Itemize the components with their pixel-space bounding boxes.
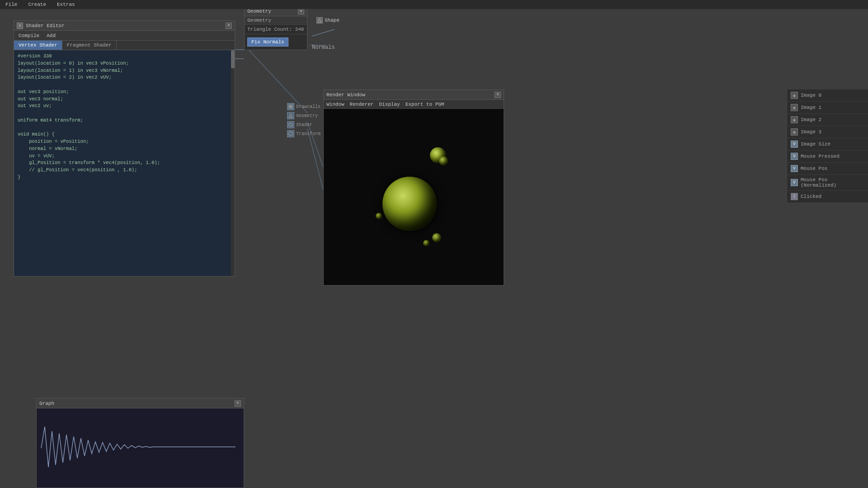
render-title: Render Window xyxy=(326,92,365,98)
shader-editor-title-container: S Shader Editor xyxy=(17,23,65,29)
graph-window: Graph × xyxy=(36,398,244,488)
image-3-label: Image 3 xyxy=(801,129,821,135)
geometry-title: Geometry xyxy=(247,9,271,14)
mouse-pressed-item[interactable]: V Mouse Pressed xyxy=(787,150,868,163)
render-menu-window[interactable]: Window xyxy=(326,102,344,107)
image-size-label: Image Size xyxy=(801,141,830,147)
svg-marker-13 xyxy=(289,114,292,117)
fix-normals-button[interactable]: Fix Normals xyxy=(247,38,288,47)
graph-canvas xyxy=(37,408,244,488)
clicked-label: Clicked xyxy=(801,194,821,199)
image-0-label: Image 0 xyxy=(801,93,821,98)
graph-titlebar[interactable]: Graph × xyxy=(37,399,244,408)
normals-label: Normals xyxy=(312,44,335,51)
geometry-subtitle: Geometry xyxy=(245,16,307,25)
code-editor[interactable]: #version 330 layout(location = 0) in vec… xyxy=(14,50,235,276)
sphere-tiny-2 xyxy=(423,240,429,246)
shader-editor-window: S Shader Editor × Compile Add Vertex Sha… xyxy=(14,20,235,277)
mouse-pos-label: Mouse Pos xyxy=(801,166,827,171)
right-panel: ▣ Image 0 ▣ Image 1 ▣ Image 2 ▣ Image 3 … xyxy=(787,89,868,203)
tab-fragment-shader[interactable]: Fragment Shader xyxy=(62,41,117,50)
render-menubar: Window Renderer Display Export to PGM xyxy=(324,100,504,109)
image-1-icon: ▣ xyxy=(791,104,798,111)
svg-rect-12 xyxy=(290,106,292,108)
render-close[interactable]: × xyxy=(495,92,501,98)
svg-point-14 xyxy=(289,123,292,127)
menu-bar: File Create Extras xyxy=(0,0,868,9)
mouse-pressed-label: Mouse Pressed xyxy=(801,154,840,159)
image-1-item[interactable]: ▣ Image 1 xyxy=(787,102,868,114)
compile-button[interactable]: Compile xyxy=(17,32,41,39)
drawcalls-icon xyxy=(287,103,294,110)
graph-svg xyxy=(37,408,244,488)
image-3-icon: ▣ xyxy=(791,128,798,136)
sphere-small-3 xyxy=(432,233,441,242)
geometry-close[interactable]: × xyxy=(298,8,304,14)
fix-normals-container: Fix Normals xyxy=(245,34,307,50)
geometry-icon xyxy=(287,112,294,119)
transform-icon xyxy=(287,130,294,137)
image-size-item[interactable]: V Image Size xyxy=(787,138,868,150)
pipeline-drawcalls: Drawcalls xyxy=(287,103,321,110)
render-menu-display[interactable]: Display xyxy=(379,102,400,107)
shader-editor-titlebar[interactable]: S Shader Editor × xyxy=(14,21,235,31)
tab-bar: Vertex Shader Fragment Shader xyxy=(14,41,235,50)
menu-create[interactable]: Create xyxy=(26,1,48,8)
geometry-window: Geometry × Geometry Triangle Count: 348 … xyxy=(244,6,307,50)
menu-file[interactable]: File xyxy=(4,1,19,8)
render-menu-export[interactable]: Export to PGM xyxy=(406,102,444,107)
scrollbar-track[interactable] xyxy=(231,50,235,276)
image-0-item[interactable]: ▣ Image 0 xyxy=(787,89,868,102)
svg-rect-15 xyxy=(288,131,293,136)
render-titlebar[interactable]: Render Window × xyxy=(324,90,504,100)
mouse-pos-norm-label: Mouse Pos (Normalized) xyxy=(801,177,864,188)
sphere-large xyxy=(382,177,437,231)
shape-node: Shape xyxy=(316,17,340,23)
add-button[interactable]: Add xyxy=(45,32,57,39)
svg-line-7 xyxy=(307,122,323,167)
sphere-small-2 xyxy=(439,156,448,165)
scrollbar-thumb[interactable] xyxy=(231,50,235,68)
mouse-pos-norm-icon: V xyxy=(791,179,798,186)
mouse-pressed-icon: V xyxy=(791,153,798,160)
svg-line-10 xyxy=(312,29,335,36)
triangle-count: Triangle Count: 348 xyxy=(245,25,307,34)
shader-editor-close[interactable]: × xyxy=(226,23,232,29)
graph-close[interactable]: × xyxy=(235,400,241,407)
mouse-pos-norm-item[interactable]: V Mouse Pos (Normalized) xyxy=(787,175,868,191)
graph-title-container: Graph xyxy=(39,401,54,406)
sphere-tiny-1 xyxy=(376,213,382,219)
mouse-pos-item[interactable]: V Mouse Pos xyxy=(787,163,868,175)
render-window: Render Window × Window Renderer Display … xyxy=(323,89,504,286)
image-2-item[interactable]: ▣ Image 2 xyxy=(787,114,868,126)
image-2-label: Image 2 xyxy=(801,117,821,122)
pipeline-shader: Shader xyxy=(287,121,312,128)
image-2-icon: ▣ xyxy=(791,116,798,123)
shader-editor-title: Shader Editor xyxy=(26,23,65,28)
graph-title: Graph xyxy=(39,401,54,406)
image-0-icon: ▣ xyxy=(791,92,798,99)
render-menu-renderer[interactable]: Renderer xyxy=(350,102,374,107)
image-1-label: Image 1 xyxy=(801,105,821,110)
render-title-container: Render Window xyxy=(326,92,365,98)
menu-extras[interactable]: Extras xyxy=(55,1,77,8)
clicked-icon: I xyxy=(791,193,798,200)
pipeline-geometry: Geometry xyxy=(287,112,318,119)
pipeline-transform: Transform xyxy=(287,130,321,137)
svg-marker-16 xyxy=(318,19,321,22)
tab-vertex-shader[interactable]: Vertex Shader xyxy=(14,41,62,50)
shape-icon xyxy=(316,17,323,23)
clicked-item[interactable]: I Clicked xyxy=(787,191,868,203)
shader-editor-toolbar: Compile Add xyxy=(14,31,235,41)
svg-line-8 xyxy=(307,129,323,190)
image-size-icon: V xyxy=(791,141,798,148)
shader-icon xyxy=(287,121,294,128)
render-canvas xyxy=(324,109,504,285)
image-3-item[interactable]: ▣ Image 3 xyxy=(787,126,868,138)
mouse-pos-icon: V xyxy=(791,165,798,172)
shader-editor-icon: S xyxy=(17,23,23,29)
